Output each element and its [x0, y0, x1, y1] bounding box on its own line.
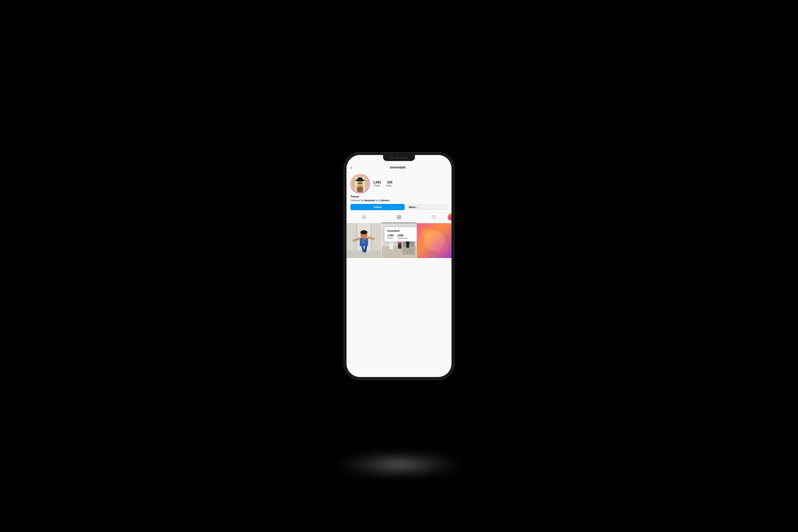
follower-1: kenzoere: [364, 199, 375, 202]
posts-count: 1,081: [373, 180, 381, 184]
svg-rect-51: [408, 243, 409, 248]
svg-rect-42: [390, 244, 392, 249]
tooltip-followers-count: 226k: [398, 234, 407, 237]
followers-label: Follo...: [386, 184, 394, 187]
reels-icon: [397, 215, 401, 221]
profile-section: 1,081 Posts 226 Follo... Trevor Followed…: [346, 172, 452, 210]
grid-section: trevorbell 1,081 Posts 226k Followers: [346, 223, 452, 377]
nav-bar: ‹ trevorbell: [346, 163, 452, 172]
stats-row: 1,081 Posts 226 Follo...: [373, 180, 394, 187]
profile-display-name: Trevor: [350, 195, 448, 198]
back-button[interactable]: ‹: [350, 165, 352, 170]
screen: ‹ trevorbell: [346, 155, 452, 377]
svg-point-19: [433, 217, 435, 218]
follower-2: eloears: [381, 199, 389, 202]
svg-rect-18: [432, 215, 436, 219]
tagged-icon: [432, 215, 436, 221]
photo-grid: trevorbell 1,081 Posts 226k Followers: [346, 223, 452, 258]
tooltip-posts-label: Posts: [387, 237, 394, 240]
grid-cell-3[interactable]: [417, 223, 452, 258]
phone-inner: ‹ trevorbell: [346, 155, 452, 377]
tab-reels[interactable]: [381, 213, 416, 223]
svg-rect-9: [360, 183, 362, 184]
message-button[interactable]: Mess...: [406, 204, 448, 210]
notch-camera: [391, 157, 393, 159]
grid-cell-1[interactable]: [346, 223, 381, 258]
tab-grid[interactable]: [346, 213, 381, 223]
page-title: trevorbell: [352, 166, 448, 169]
tooltip-card: trevorbell 1,081 Posts 226k Followers: [384, 227, 416, 242]
story-circle-peek: [448, 213, 452, 221]
follow-button[interactable]: Follow: [350, 204, 405, 210]
svg-point-54: [422, 228, 432, 239]
svg-point-31: [363, 241, 365, 243]
profile-header-row: 1,081 Posts 226 Follo...: [350, 174, 448, 193]
grid-cell-2[interactable]: trevorbell 1,081 Posts 226k Followers: [382, 223, 416, 258]
stat-posts: 1,081 Posts: [373, 180, 381, 187]
svg-rect-7: [358, 180, 362, 181]
followed-by-and: and: [375, 199, 381, 202]
tab-tagged[interactable]: [417, 213, 452, 223]
svg-rect-47: [400, 244, 401, 249]
tooltip-stat-followers: 226k Followers: [398, 234, 407, 240]
action-buttons: Follow Mess...: [350, 204, 448, 210]
svg-point-35: [360, 230, 367, 234]
posts-label: Posts: [374, 184, 380, 187]
svg-point-29: [362, 240, 363, 241]
svg-rect-14: [364, 217, 366, 219]
avatar-wrapper: [350, 174, 369, 193]
tab-bar: [346, 213, 452, 223]
tooltip-username: trevorbell: [387, 229, 414, 232]
followers-count: 226: [387, 180, 393, 184]
svg-rect-13: [362, 217, 364, 219]
tooltip-followers-label: Followers: [398, 237, 407, 240]
svg-point-55: [434, 241, 448, 254]
svg-rect-50: [406, 243, 408, 248]
tooltip-posts-count: 1,081: [387, 234, 394, 237]
svg-rect-11: [362, 216, 364, 217]
svg-rect-46: [398, 244, 400, 249]
tooltip-stat-posts: 1,081 Posts: [387, 234, 394, 240]
tooltip-stats: 1,081 Posts 226k Followers: [387, 234, 414, 240]
notch-speaker: [395, 157, 407, 159]
notch: [383, 155, 415, 161]
phone-glow: [337, 454, 461, 475]
avatar: [351, 175, 369, 193]
svg-rect-8: [358, 183, 360, 184]
phone-shell: ‹ trevorbell: [344, 152, 454, 380]
followed-by-text: Followed by kenzoere and eloears: [350, 199, 448, 202]
svg-rect-43: [392, 245, 393, 249]
followed-by-prefix: Followed by: [350, 199, 364, 202]
grid-icon: [362, 215, 366, 221]
stat-followers: 226 Follo...: [386, 180, 394, 187]
svg-rect-12: [364, 216, 366, 217]
